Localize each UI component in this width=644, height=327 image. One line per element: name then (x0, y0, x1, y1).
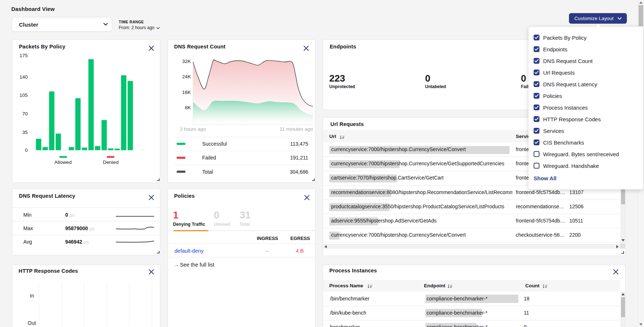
svg-text:11 minutes ago: 11 minutes ago (280, 126, 313, 132)
svg-text:Out: Out (28, 320, 36, 326)
svg-text:191,211: 191,211 (290, 155, 308, 161)
svg-text:Failed: Failed (202, 155, 216, 161)
svg-text:105: 105 (19, 92, 28, 98)
svg-text:In: In (30, 293, 34, 299)
svg-text:24K: 24K (182, 74, 191, 79)
svg-text:Successful: Successful (202, 141, 227, 147)
svg-text:Allowed: Allowed (54, 159, 71, 165)
svg-text:Denied: Denied (103, 159, 119, 165)
svg-text:32K: 32K (182, 59, 191, 64)
svg-text:Total: Total (202, 169, 213, 175)
svg-text:113,475: 113,475 (290, 141, 308, 147)
svg-text:175: 175 (19, 53, 28, 58)
svg-text:35: 35 (22, 130, 28, 135)
svg-text:2 hours ago: 2 hours ago (180, 126, 206, 132)
svg-text:304,686: 304,686 (290, 169, 308, 175)
svg-text:140: 140 (19, 74, 28, 80)
svg-text:0: 0 (25, 147, 28, 153)
svg-text:70: 70 (22, 111, 28, 117)
svg-text:16K: 16K (182, 90, 191, 95)
svg-text:8K: 8K (185, 105, 191, 110)
